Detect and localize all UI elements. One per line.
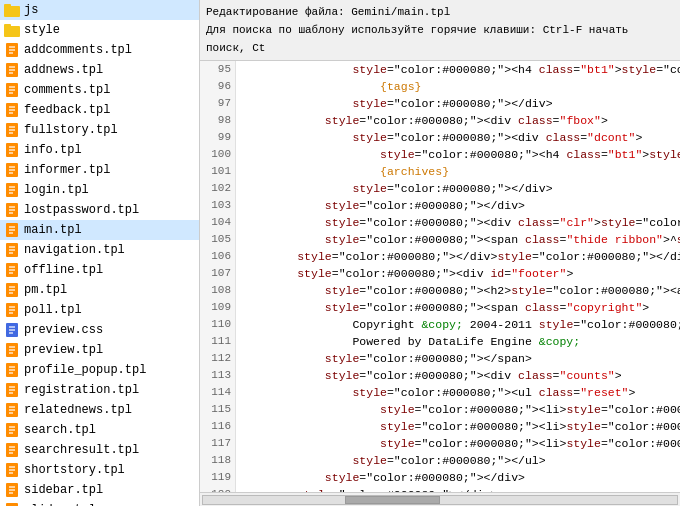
- line-number: 99: [200, 129, 231, 146]
- file-name: addcomments.tpl: [24, 41, 132, 59]
- file-name: search.tpl: [24, 421, 96, 439]
- code-line[interactable]: style="color:#000080;"></div>: [242, 95, 680, 112]
- file-item[interactable]: relatednews.tpl: [0, 400, 199, 420]
- line-number: 98: [200, 112, 231, 129]
- code-content[interactable]: style="color:#000080;"><h4 class="bt1">s…: [236, 61, 680, 492]
- code-line[interactable]: style="color:#000080;"><div class="fbox"…: [242, 112, 680, 129]
- code-line[interactable]: style="color:#000080;"><h2>style="color:…: [242, 282, 680, 299]
- code-line[interactable]: style="color:#000080;"><div class="clr">…: [242, 214, 680, 231]
- file-item[interactable]: slider.tpl: [0, 500, 199, 506]
- file-item[interactable]: pm.tpl: [0, 280, 199, 300]
- file-name: searchresult.tpl: [24, 441, 139, 459]
- file-name: slider.tpl: [24, 501, 96, 506]
- code-line[interactable]: style="color:#000080;"></div>style="colo…: [242, 248, 680, 265]
- line-number: 117: [200, 435, 231, 452]
- folder-icon: [4, 23, 20, 37]
- file-orange-icon: [4, 163, 20, 177]
- file-name: informer.tpl: [24, 161, 110, 179]
- file-item[interactable]: info.tpl: [0, 140, 199, 160]
- code-line[interactable]: style="color:#000080;"><span class="copy…: [242, 299, 680, 316]
- line-number: 113: [200, 367, 231, 384]
- file-name: pm.tpl: [24, 281, 67, 299]
- file-orange-icon: [4, 303, 20, 317]
- code-line[interactable]: Powered by DataLife Engine &copy;: [242, 333, 680, 350]
- file-item[interactable]: addcomments.tpl: [0, 40, 199, 60]
- file-name: fullstory.tpl: [24, 121, 118, 139]
- file-orange-icon: [4, 463, 20, 477]
- file-orange-icon: [4, 363, 20, 377]
- file-item[interactable]: preview.css: [0, 320, 199, 340]
- line-number: 110: [200, 316, 231, 333]
- editor-title: Редактирование файла: Gemini/main.tpl: [206, 3, 674, 21]
- file-item[interactable]: style: [0, 20, 199, 40]
- left-panel: js style addcomments.tpl addnews.tpl com…: [0, 0, 200, 506]
- code-line[interactable]: style="color:#000080;"></ul>: [242, 452, 680, 469]
- code-line[interactable]: style="color:#000080;"></div>: [242, 469, 680, 486]
- file-item[interactable]: informer.tpl: [0, 160, 199, 180]
- file-item[interactable]: sidebar.tpl: [0, 480, 199, 500]
- file-item[interactable]: addnews.tpl: [0, 60, 199, 80]
- code-line[interactable]: {archives}: [242, 163, 680, 180]
- file-item[interactable]: preview.tpl: [0, 340, 199, 360]
- code-line[interactable]: style="color:#000080;"><div class="dcont…: [242, 129, 680, 146]
- code-container[interactable]: 9596979899100101102103104105106107108109…: [200, 61, 680, 492]
- file-orange-icon: [4, 263, 20, 277]
- file-orange-icon: [4, 443, 20, 457]
- editor-hint: Для поиска по шаблону используйте горячи…: [206, 21, 674, 57]
- code-line[interactable]: style="color:#000080;"><h4 class="bt1">s…: [242, 146, 680, 163]
- file-orange-icon: [4, 383, 20, 397]
- file-item[interactable]: main.tpl: [0, 220, 199, 240]
- line-number: 107: [200, 265, 231, 282]
- file-item[interactable]: comments.tpl: [0, 80, 199, 100]
- file-name: registration.tpl: [24, 381, 139, 399]
- file-orange-icon: [4, 43, 20, 57]
- file-item[interactable]: feedback.tpl: [0, 100, 199, 120]
- code-line[interactable]: style="color:#000080;"><li>style="color:…: [242, 435, 680, 452]
- scrollbar-track[interactable]: [202, 495, 678, 505]
- file-orange-icon: [4, 143, 20, 157]
- file-item[interactable]: fullstory.tpl: [0, 120, 199, 140]
- code-line[interactable]: {tags}: [242, 78, 680, 95]
- code-line[interactable]: Copyright &copy; 2004-2011 style="color:…: [242, 316, 680, 333]
- folder-icon: [4, 3, 20, 17]
- code-line[interactable]: style="color:#000080;"></span>: [242, 350, 680, 367]
- file-orange-icon: [4, 203, 20, 217]
- code-line[interactable]: style="color:#000080;"></div>: [242, 197, 680, 214]
- line-number: 106: [200, 248, 231, 265]
- line-number: 102: [200, 180, 231, 197]
- svg-rect-3: [4, 24, 11, 28]
- file-item[interactable]: profile_popup.tpl: [0, 360, 199, 380]
- file-orange-icon: [4, 223, 20, 237]
- file-name: sidebar.tpl: [24, 481, 103, 499]
- line-number: 109: [200, 299, 231, 316]
- file-item[interactable]: login.tpl: [0, 180, 199, 200]
- line-number: 100: [200, 146, 231, 163]
- file-name: addnews.tpl: [24, 61, 103, 79]
- code-line[interactable]: style="color:#000080;"><div class="count…: [242, 367, 680, 384]
- code-line[interactable]: style="color:#000080;"><li>style="color:…: [242, 418, 680, 435]
- code-line[interactable]: style="color:#000080;"></div>: [242, 180, 680, 197]
- file-item[interactable]: shortstory.tpl: [0, 460, 199, 480]
- file-item[interactable]: searchresult.tpl: [0, 440, 199, 460]
- file-name: login.tpl: [24, 181, 89, 199]
- file-item[interactable]: navigation.tpl: [0, 240, 199, 260]
- code-line[interactable]: style="color:#000080;"><span class="thid…: [242, 231, 680, 248]
- code-line[interactable]: style="color:#000080;"><h4 class="bt1">s…: [242, 61, 680, 78]
- code-line[interactable]: style="color:#000080;"><div id="footer">: [242, 265, 680, 282]
- file-item[interactable]: lostpassword.tpl: [0, 200, 199, 220]
- code-line[interactable]: style="color:#000080;"><ul class="reset"…: [242, 384, 680, 401]
- file-item[interactable]: registration.tpl: [0, 380, 199, 400]
- file-item[interactable]: js: [0, 0, 199, 20]
- right-panel: Редактирование файла: Gemini/main.tpl Дл…: [200, 0, 680, 506]
- line-number: 105: [200, 231, 231, 248]
- code-line[interactable]: style="color:#000080;"><li>style="color:…: [242, 401, 680, 418]
- file-list[interactable]: js style addcomments.tpl addnews.tpl com…: [0, 0, 199, 506]
- file-item[interactable]: search.tpl: [0, 420, 199, 440]
- scrollbar-thumb[interactable]: [345, 496, 440, 504]
- horizontal-scrollbar[interactable]: [200, 492, 680, 506]
- line-number: 96: [200, 78, 231, 95]
- editor-area[interactable]: 9596979899100101102103104105106107108109…: [200, 61, 680, 506]
- file-item[interactable]: offline.tpl: [0, 260, 199, 280]
- line-number: 104: [200, 214, 231, 231]
- file-item[interactable]: poll.tpl: [0, 300, 199, 320]
